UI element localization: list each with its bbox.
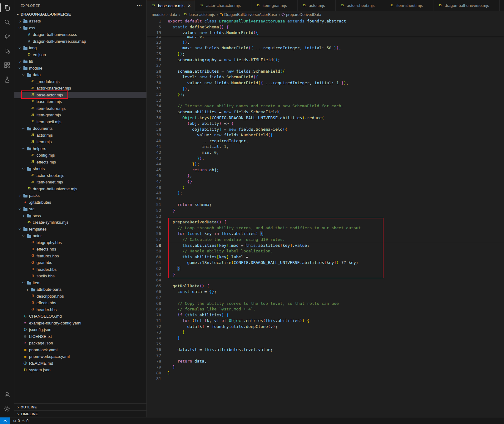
line-number[interactable]: 23	[147, 40, 161, 46]
tree-item-actor-character.mjs[interactable]: ›JSactor-character.mjs	[14, 85, 146, 92]
tree-item-header.hbs[interactable]: ›{{header.hbs	[14, 306, 146, 313]
line-number[interactable]: 42	[147, 150, 161, 156]
code-line-78[interactable]: 78 return data;	[147, 358, 504, 364]
remote-indicator[interactable]: ><	[0, 417, 10, 424]
code-line-61[interactable]: 61 game.i18n.localize(CONFIG.DRAGON_BALL…	[147, 260, 504, 266]
testing-icon[interactable]	[0, 72, 14, 87]
code-line-75[interactable]: 75	[147, 341, 504, 347]
tree-item-LICENSE.txt[interactable]: ›▤LICENSE.txt	[14, 333, 146, 340]
source-control-icon[interactable]	[0, 29, 14, 44]
line-number[interactable]: 60	[147, 254, 161, 260]
line-number[interactable]: 25	[147, 51, 161, 57]
line-number[interactable]: 66	[147, 289, 161, 295]
code-line-66[interactable]: 66 const data = {};	[147, 289, 504, 295]
tree-item-scss[interactable]: ›scss	[14, 212, 146, 219]
sticky-line-19[interactable]: 19 value: new fields.NumberField({	[147, 30, 504, 36]
tree-item-data[interactable]: ›data	[14, 71, 146, 78]
tree-item-item.mjs[interactable]: ›JSitem.mjs	[14, 139, 146, 145]
line-number[interactable]: 5	[147, 24, 161, 30]
code-line-37[interactable]: 37 (obj, ability) => {	[147, 121, 504, 127]
breadcrumb-item-data[interactable]: data	[170, 12, 177, 17]
line-number[interactable]: 26	[147, 57, 161, 63]
line-number[interactable]: 69	[147, 306, 161, 312]
tree-item-actor[interactable]: ›actor	[14, 232, 146, 239]
code-line-59[interactable]: 59 // Handle ability label localization.	[147, 248, 504, 254]
timeline-panel-header[interactable]: › TIMELINE	[14, 410, 146, 417]
line-number[interactable]: 73	[147, 329, 161, 335]
run-debug-icon[interactable]	[0, 44, 14, 58]
code-line-28[interactable]: 28 schema.attributes = new fields.Schema…	[147, 69, 504, 75]
code-line-45[interactable]: 45 return obj;	[147, 167, 504, 173]
code-line-47[interactable]: 47 {}	[147, 179, 504, 185]
code-line-67[interactable]: 67	[147, 295, 504, 301]
code-line-32[interactable]: 32 });	[147, 92, 504, 98]
line-number[interactable]: 50	[147, 196, 161, 202]
close-icon[interactable]: ✕	[188, 3, 191, 8]
code-line-36[interactable]: 36 Object.keys(CONFIG.DRAGON_BALL_UNIVER…	[147, 115, 504, 121]
code-line-64[interactable]: 64	[147, 277, 504, 283]
more-actions-icon[interactable]: ···	[137, 3, 142, 8]
line-number[interactable]: 61	[147, 260, 161, 266]
tree-item-actor.mjs[interactable]: ›JSactor.mjs	[14, 132, 146, 139]
code-line-38[interactable]: 38 obj[ability] = new fields.SchemaField…	[147, 127, 504, 133]
tree-item-lib[interactable]: ›lib	[14, 58, 146, 65]
tree-item-description.hbs[interactable]: ›{{description.hbs	[14, 293, 146, 300]
code-line-79[interactable]: 79 }	[147, 364, 504, 370]
line-number[interactable]: 48	[147, 185, 161, 191]
line-number[interactable]: 39	[147, 132, 161, 138]
line-number[interactable]: 45	[147, 167, 161, 173]
line-number[interactable]: 49	[147, 190, 161, 196]
tree-item-templates[interactable]: ›templates	[14, 226, 146, 233]
code-line-27[interactable]: 27	[147, 63, 504, 69]
code-line-54[interactable]: 54 prepareDerivedData() {	[147, 219, 504, 225]
line-number[interactable]: 56	[147, 231, 161, 237]
code-line-50[interactable]: 50	[147, 196, 504, 202]
code-line-68[interactable]: 68 // Copy the ability scores to the top…	[147, 301, 504, 307]
code-line-33[interactable]: 33	[147, 98, 504, 104]
tree-item-actor-sheet.mjs[interactable]: ›JSactor-sheet.mjs	[14, 172, 146, 179]
search-icon[interactable]	[0, 15, 14, 29]
code-line-77[interactable]: 77	[147, 353, 504, 359]
tree-item-src[interactable]: ›src	[14, 206, 146, 212]
tree-item-CHANGELOG.md[interactable]: ›↻CHANGELOG.md	[14, 313, 146, 320]
code-line-76[interactable]: 76 data.lvl = this.attributes.level.valu…	[147, 347, 504, 353]
tree-item-item-spell.mjs[interactable]: ›JSitem-spell.mjs	[14, 119, 146, 125]
line-number[interactable]: 79	[147, 364, 161, 370]
line-number[interactable]: 70	[147, 312, 161, 318]
line-number[interactable]: 47	[147, 179, 161, 185]
line-number[interactable]: 35	[147, 109, 161, 115]
line-number[interactable]: 65	[147, 283, 161, 289]
extensions-icon[interactable]	[0, 58, 14, 72]
tab-item-gear.mjs[interactable]: JSitem-gear.mjs✕	[251, 0, 298, 11]
line-number[interactable]: 34	[147, 103, 161, 109]
line-number[interactable]: 53	[147, 214, 161, 220]
tree-item-.gitattributes[interactable]: ›◆.gitattributes	[14, 199, 146, 206]
tree-item-pnpm-workspace.yaml[interactable]: ›▦pnpm-workspace.yaml	[14, 353, 146, 360]
line-number[interactable]: 54	[147, 219, 161, 225]
code-line-23[interactable]: 23 }),	[147, 40, 504, 46]
code-line-73[interactable]: 73 }	[147, 329, 504, 335]
tree-item-item-gear.mjs[interactable]: ›JSitem-gear.mjs	[14, 112, 146, 119]
tree-item-base-item.mjs[interactable]: ›JSbase-item.mjs	[14, 98, 146, 105]
code-line-49[interactable]: 49 );	[147, 190, 504, 196]
breadcrumb-item-DragonBallUniverseActorBase[interactable]: DragonBallUniverseActorBase	[220, 12, 277, 17]
breadcrumb-item-base-actor.mjs[interactable]: JSbase-actor.mjs	[182, 12, 215, 17]
line-number[interactable]: 62	[147, 266, 161, 272]
tree-item-documents[interactable]: ›documents	[14, 125, 146, 132]
line-number[interactable]: 40	[147, 138, 161, 144]
line-number[interactable]: 1	[147, 18, 161, 24]
code-line-46[interactable]: 46 },	[147, 173, 504, 179]
tree-item-biography.hbs[interactable]: ›{{biography.hbs	[14, 239, 146, 246]
line-number[interactable]: 24	[147, 45, 161, 51]
code-line-42[interactable]: 42 min: 0,	[147, 150, 504, 156]
tree-item-dragon-ball-universe.css[interactable]: ›#dragon-ball-universe.css	[14, 31, 146, 38]
code-line-65[interactable]: 65 getRollData() {	[147, 283, 504, 289]
line-number[interactable]: 67	[147, 295, 161, 301]
code-line-53[interactable]: 53	[147, 214, 504, 220]
line-number[interactable]: 51	[147, 202, 161, 208]
line-number[interactable]: 31	[147, 86, 161, 92]
tree-item-item[interactable]: ›item	[14, 280, 146, 286]
line-number[interactable]: 28	[147, 69, 161, 75]
code-line-44[interactable]: 44 });	[147, 161, 504, 167]
tree-item-assets[interactable]: ›assets	[14, 18, 146, 25]
